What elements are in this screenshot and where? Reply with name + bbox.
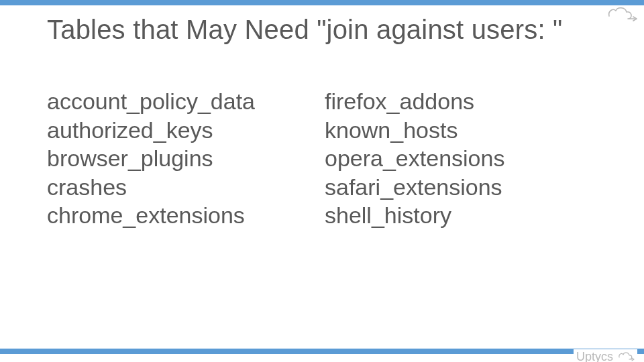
- tables-column-right: firefox_addons known_hosts opera_extensi…: [325, 87, 597, 230]
- bottom-accent-bar: [0, 349, 644, 354]
- cloud-arrow-icon: [616, 349, 635, 362]
- tables-columns: account_policy_data authorized_keys brow…: [47, 87, 597, 230]
- list-item: browser_plugins: [47, 144, 319, 173]
- list-item: safari_extensions: [325, 173, 597, 202]
- list-item: known_hosts: [325, 116, 597, 145]
- list-item: authorized_keys: [47, 116, 319, 145]
- list-item: account_policy_data: [47, 87, 319, 116]
- list-item: opera_extensions: [325, 144, 597, 173]
- list-item: chrome_extensions: [47, 201, 319, 230]
- top-accent-bar: [0, 0, 644, 5]
- brand-footer: Uptycs: [574, 349, 637, 362]
- list-item: firefox_addons: [325, 87, 597, 116]
- list-item: crashes: [47, 173, 319, 202]
- brand-label: Uptycs: [576, 350, 613, 362]
- slide: Tables that May Need "join against users…: [0, 0, 644, 362]
- tables-column-left: account_policy_data authorized_keys brow…: [47, 87, 319, 230]
- slide-title: Tables that May Need "join against users…: [47, 15, 617, 45]
- list-item: shell_history: [325, 201, 597, 230]
